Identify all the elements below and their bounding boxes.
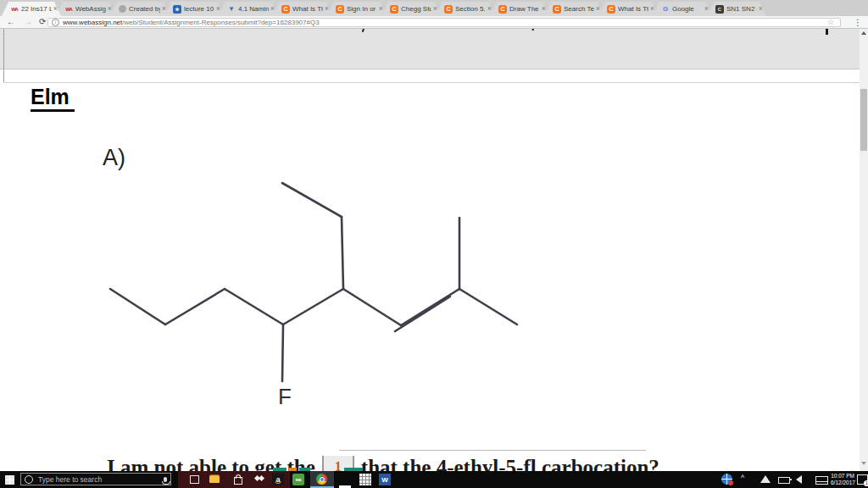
amazon-icon[interactable]: a bbox=[272, 474, 284, 485]
file-explorer-icon[interactable] bbox=[209, 474, 220, 485]
tab-title: Draw The I bbox=[509, 5, 540, 13]
tab-favicon bbox=[173, 5, 181, 14]
tab-close-icon[interactable] bbox=[53, 5, 58, 13]
tab-favicon bbox=[119, 5, 126, 13]
tab-title: Search Text bbox=[564, 5, 594, 13]
tab-close-icon[interactable] bbox=[487, 5, 492, 13]
tab-title: Google bbox=[672, 5, 703, 13]
tab-title: WebAssign bbox=[75, 5, 106, 13]
tab-title: lecture 10 bbox=[184, 5, 214, 13]
tab-favicon bbox=[227, 5, 236, 14]
answer-field-edge bbox=[339, 450, 646, 451]
search-placeholder: Type here to search bbox=[38, 475, 102, 484]
touch-keyboard-icon[interactable] bbox=[815, 476, 828, 485]
tab-favicon bbox=[498, 5, 507, 14]
start-menu-icon[interactable] bbox=[5, 475, 14, 485]
tab-title: What Is Th bbox=[618, 5, 648, 13]
tab-favicon bbox=[661, 5, 670, 14]
page-title: Elm bbox=[31, 86, 75, 112]
tab-title: Created by bbox=[129, 5, 160, 13]
clipped-text-fragment bbox=[826, 28, 828, 35]
page-info-icon[interactable] bbox=[52, 19, 59, 26]
scrollbar-thumb[interactable] bbox=[860, 89, 867, 151]
back-icon[interactable]: ← bbox=[7, 16, 15, 28]
page-content: Elm A) F I am not able to get the1that t… bbox=[0, 28, 868, 471]
browser-tab[interactable]: lecture 10 bbox=[164, 2, 224, 16]
tab-favicon bbox=[64, 5, 73, 14]
word-icon[interactable]: W bbox=[379, 474, 391, 485]
tab-title: What Is Th bbox=[292, 5, 323, 13]
tab-close-icon[interactable] bbox=[162, 5, 166, 13]
microphone-icon[interactable] bbox=[164, 477, 167, 482]
tab-close-icon[interactable] bbox=[216, 5, 220, 13]
browser-tab[interactable]: SN1 SN2 E bbox=[707, 2, 766, 16]
chrome-taskbar-button[interactable] bbox=[310, 471, 334, 488]
page-scrollbar[interactable] bbox=[860, 28, 868, 471]
action-center-icon[interactable]: 1 bbox=[857, 474, 868, 485]
page-gray-band bbox=[0, 28, 860, 69]
tab-close-icon[interactable] bbox=[704, 5, 709, 13]
tab-close-icon[interactable] bbox=[108, 5, 112, 13]
task-view-icon[interactable] bbox=[188, 474, 200, 485]
forward-icon[interactable]: → bbox=[24, 16, 32, 28]
tab-favicon bbox=[281, 5, 290, 14]
browser-tab[interactable]: Sign In or S bbox=[327, 2, 387, 16]
network-alert-icon[interactable] bbox=[721, 474, 732, 485]
tab-close-icon[interactable] bbox=[759, 5, 763, 13]
browser-tab[interactable]: What Is Th bbox=[273, 2, 332, 16]
tab-title: Sign In or S bbox=[347, 5, 377, 13]
browser-tab[interactable]: Google bbox=[653, 2, 712, 16]
page-left-border bbox=[3, 28, 4, 82]
cortana-icon bbox=[25, 475, 33, 484]
notification-badge: 1 bbox=[864, 480, 868, 486]
webassign-app-icon[interactable]: wa bbox=[292, 474, 304, 485]
tab-favicon bbox=[715, 5, 724, 14]
browser-toolbar: ← → ⟳ www.webassign.net /web/Student/Ass… bbox=[0, 16, 868, 29]
calculator-icon[interactable] bbox=[359, 474, 371, 485]
clock-date: 6/12/2017 bbox=[831, 480, 854, 486]
speaker-icon[interactable] bbox=[796, 475, 802, 484]
tab-favicon bbox=[390, 5, 398, 14]
tab-close-icon[interactable] bbox=[542, 5, 546, 13]
tab-close-icon[interactable] bbox=[433, 5, 437, 13]
tab-title: Chegg Stu bbox=[401, 5, 431, 13]
bookmark-star-icon[interactable]: ☆ bbox=[827, 17, 834, 28]
windows-taskbar: Type here to search a wa W 10:07 PM 6/12… bbox=[0, 471, 868, 488]
browser-tab[interactable]: Draw The I bbox=[490, 2, 549, 16]
tab-favicon bbox=[553, 5, 561, 14]
taskbar-clock[interactable]: 10:07 PM 6/12/2017 bbox=[831, 473, 854, 486]
tray-expand-icon[interactable] bbox=[741, 474, 744, 482]
wifi-icon[interactable] bbox=[760, 475, 771, 483]
scroll-down-icon[interactable] bbox=[861, 462, 866, 465]
tab-close-icon[interactable] bbox=[379, 5, 383, 13]
dropbox-icon[interactable] bbox=[253, 474, 265, 485]
browser-tab[interactable]: WebAssign bbox=[56, 2, 115, 16]
tab-close-icon[interactable] bbox=[650, 5, 654, 13]
browser-tab[interactable]: 22 Ins17 LW bbox=[2, 2, 61, 16]
battery-icon[interactable] bbox=[778, 477, 790, 484]
taskbar-search-input[interactable]: Type here to search bbox=[20, 473, 171, 485]
tab-close-icon[interactable] bbox=[325, 5, 329, 13]
molecule-structure: F bbox=[93, 165, 576, 419]
browser-tab[interactable]: Section 5.1 bbox=[436, 2, 495, 16]
scroll-up-icon[interactable] bbox=[861, 31, 866, 35]
tab-favicon bbox=[444, 5, 453, 14]
browser-tab[interactable]: 4.1 Naming bbox=[219, 2, 278, 16]
browser-menu-icon[interactable]: ⋮ bbox=[854, 17, 862, 28]
browser-tab[interactable]: Search Text bbox=[544, 2, 604, 16]
tab-close-icon[interactable] bbox=[270, 5, 275, 13]
address-bar[interactable]: www.webassign.net /web/Student/Assignmen… bbox=[47, 18, 841, 27]
url-host: www.webassign.net bbox=[63, 19, 122, 26]
tab-favicon bbox=[336, 5, 344, 14]
tab-close-icon[interactable] bbox=[596, 5, 600, 13]
browser-tab[interactable]: Chegg Stu bbox=[381, 2, 441, 16]
svg-text:F: F bbox=[278, 384, 292, 409]
tab-title: SN1 SN2 E bbox=[726, 5, 757, 13]
microsoft-store-icon[interactable] bbox=[232, 474, 244, 485]
refresh-icon[interactable]: ⟳ bbox=[39, 16, 46, 28]
chrome-icon bbox=[316, 474, 327, 485]
url-path: /web/Student/Assignment-Responses/submit… bbox=[122, 19, 319, 26]
browser-tab-bar: 22 Ins17 LW WebAssign Created by lecture… bbox=[0, 0, 868, 16]
browser-tab[interactable]: What Is Th bbox=[598, 2, 658, 16]
browser-tab[interactable]: Created by bbox=[110, 2, 170, 16]
